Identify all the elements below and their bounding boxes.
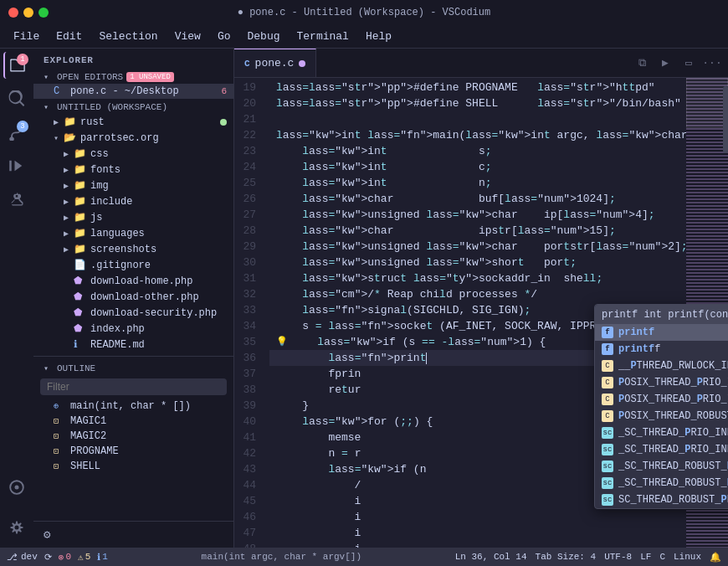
fonts-arrow[interactable]: ▶ — [64, 165, 74, 175]
ac-item-posix1[interactable]: C POSIX_THREAD_PRIO_INHERIT — [595, 374, 728, 391]
menu-file[interactable]: File — [7, 28, 46, 44]
menu-help[interactable]: Help — [359, 28, 398, 44]
file-gitignore[interactable]: 📄 .gitignore — [33, 257, 233, 273]
code-line-22[interactable]: lass="kw">int lass="fn">main(lass="kw">i… — [269, 127, 686, 143]
activity-run[interactable] — [3, 152, 30, 179]
more-actions-button[interactable]: ··· — [703, 54, 721, 72]
ac-item-rwlock[interactable]: C __PTHREAD_RWLOCK_INT_FLAGS_SHARED — [595, 358, 728, 374]
outline-magic2[interactable]: ⊡ MAGIC2 — [33, 429, 233, 444]
warning-count[interactable]: ⚠ 5 — [78, 552, 90, 563]
menu-terminal[interactable]: Terminal — [290, 28, 356, 44]
workspace-arrow[interactable]: ▾ — [44, 102, 54, 112]
outline-arrow[interactable]: ▾ — [44, 363, 54, 373]
code-line-48[interactable]: i — [269, 541, 686, 548]
img-arrow[interactable]: ▶ — [64, 181, 74, 191]
folder-css[interactable]: ▶ 📁 css — [33, 146, 233, 162]
error-count[interactable]: ⊗ 0 — [59, 552, 71, 563]
folder-screenshots[interactable]: ▶ 📁 screenshots — [33, 241, 233, 257]
folder-js[interactable]: ▶ 📁 js — [33, 209, 233, 225]
ac-item-sc2[interactable]: sc _SC_THREAD_PRIO_INHERIT — [595, 441, 728, 458]
js-arrow[interactable]: ▶ — [64, 213, 74, 223]
screenshots-arrow[interactable]: ▶ — [64, 244, 74, 255]
ac-item-posix3[interactable]: C POSIX_THREAD_ROBUST_PRIO_INHERIT — [595, 408, 728, 424]
outline-filter[interactable] — [40, 378, 227, 395]
code-line-21[interactable] — [269, 111, 686, 127]
file-readme[interactable]: ℹ README.md — [33, 337, 233, 352]
sync-button[interactable]: ⟳ — [44, 552, 52, 563]
activity-explorer[interactable]: 1 — [3, 52, 30, 79]
css-arrow[interactable]: ▶ — [64, 149, 74, 159]
run-button[interactable]: ▶ — [656, 54, 674, 72]
minimize-button[interactable] — [23, 8, 33, 18]
code-line-19[interactable]: lass=lass="str">"pp">#define PROGNAME la… — [269, 80, 686, 95]
tab-size[interactable]: Tab Size: 4 — [536, 552, 597, 562]
outline-shell[interactable]: ⊡ SHELL — [33, 459, 233, 474]
ac-item-sc3[interactable]: sc _SC_THREAD_ROBUST_PRIO_INHERIT — [595, 458, 728, 475]
split-editor-button[interactable]: ⧉ — [633, 54, 651, 72]
open-editors-arrow[interactable]: ▾ — [44, 72, 54, 82]
encoding[interactable]: UTF-8 — [604, 552, 632, 562]
toggle-panel-button[interactable]: ▭ — [679, 54, 698, 72]
code-line-27[interactable]: lass="kw">unsigned lass="kw">char ip[las… — [269, 207, 686, 223]
code-line-32[interactable]: lass="cm">/* Reap child processes */ — [269, 286, 686, 302]
menu-selection[interactable]: Selection — [92, 28, 164, 44]
open-file-pone[interactable]: C pone.c - ~/Desktop 6 — [33, 84, 233, 99]
code-line-25[interactable]: lass="kw">int n; — [269, 175, 686, 191]
menu-edit[interactable]: Edit — [49, 28, 89, 44]
menu-debug[interactable]: Debug — [240, 28, 286, 44]
git-branch[interactable]: ⎇ dev — [7, 552, 38, 563]
ac-item-printf[interactable]: f printf — [595, 324, 728, 341]
file-index[interactable]: ⬟ index.php — [33, 321, 233, 337]
folder-img[interactable]: ▶ 📁 img — [33, 178, 233, 193]
activity-search[interactable] — [3, 85, 30, 112]
scrollbar-thumb[interactable] — [723, 86, 728, 153]
code-line-20[interactable]: lass=lass="str">"pp">#define SHELL lass=… — [269, 95, 686, 111]
parrotsec-arrow[interactable]: ▾ — [54, 133, 64, 143]
folder-rust[interactable]: ▶ 📁 rust — [33, 114, 233, 130]
maximize-button[interactable] — [38, 8, 49, 18]
folder-fonts[interactable]: ▶ 📁 fonts — [33, 162, 233, 178]
file-download-other[interactable]: ⬟ download-other.php — [33, 289, 233, 305]
menu-go[interactable]: Go — [211, 28, 238, 44]
os-info[interactable]: Linux — [674, 552, 701, 562]
code-line-23[interactable]: lass="kw">int s; — [269, 143, 686, 159]
window-controls[interactable] — [8, 8, 49, 18]
code-line-26[interactable]: lass="kw">char buf[lass="num">1024]; — [269, 191, 686, 207]
menu-view[interactable]: View — [168, 28, 208, 44]
ac-item-sc1[interactable]: sc _SC_THREAD_PRIO_INHERIT — [595, 424, 728, 441]
outline-progname[interactable]: ⊡ PROGNAME — [33, 444, 233, 459]
lightbulb-icon[interactable]: 💡 — [276, 334, 288, 350]
info-count[interactable]: ℹ 1 — [97, 552, 108, 563]
outline-magic1[interactable]: ⊡ MAGIC1 — [33, 414, 233, 429]
ac-item-sc5[interactable]: sc SC_THREAD_ROBUST_PRIO_INHERIT — [595, 491, 728, 508]
file-download-security[interactable]: ⬟ download-security.php — [33, 305, 233, 321]
code-line-30[interactable]: lass="kw">unsigned lass="kw">short port; — [269, 255, 686, 270]
activity-settings[interactable] — [3, 514, 30, 541]
activity-extensions[interactable] — [3, 186, 30, 213]
languages-arrow[interactable]: ▶ — [64, 229, 74, 239]
folder-parrotsec[interactable]: ▾ 📂 parrotsec.org — [33, 130, 233, 146]
tab-pone[interactable]: C pone.c — [234, 49, 316, 77]
rust-arrow[interactable]: ▶ — [54, 117, 64, 127]
notification-bell[interactable]: 🔔 — [710, 552, 721, 563]
close-button[interactable] — [8, 8, 18, 18]
ac-item-sc4[interactable]: sc _SC_THREAD_ROBUST_PRIO_INHERIT — [595, 475, 728, 491]
ac-item-printf2[interactable]: f printff — [595, 341, 728, 358]
include-arrow[interactable]: ▶ — [64, 197, 74, 207]
folder-languages[interactable]: ▶ 📁 languages — [33, 225, 233, 241]
code-line-47[interactable]: i — [269, 525, 686, 541]
activity-remote[interactable] — [3, 474, 30, 501]
settings-icon[interactable]: ⚙ — [44, 527, 50, 542]
code-line-28[interactable]: lass="kw">char ipstr[lass="num">15]; — [269, 223, 686, 239]
ac-item-posix2[interactable]: C POSIX_THREAD_PRIO_INHERIT — [595, 391, 728, 408]
code-line-31[interactable]: lass="kw">struct lass="ty">sockaddr_in s… — [269, 270, 686, 286]
outline-main[interactable]: ⊕ main(int, char * []) — [33, 399, 233, 414]
line-ending[interactable]: LF — [640, 552, 651, 562]
code-line-24[interactable]: lass="kw">int c; — [269, 159, 686, 175]
code-line-46[interactable]: i — [269, 509, 686, 525]
file-download-home[interactable]: ⬟ download-home.php — [33, 273, 233, 289]
language-mode[interactable]: C — [659, 552, 665, 562]
cursor-position[interactable]: Ln 36, Col 14 — [455, 552, 527, 562]
activity-source-control[interactable]: 3 — [3, 119, 30, 146]
folder-include[interactable]: ▶ 📁 include — [33, 193, 233, 209]
